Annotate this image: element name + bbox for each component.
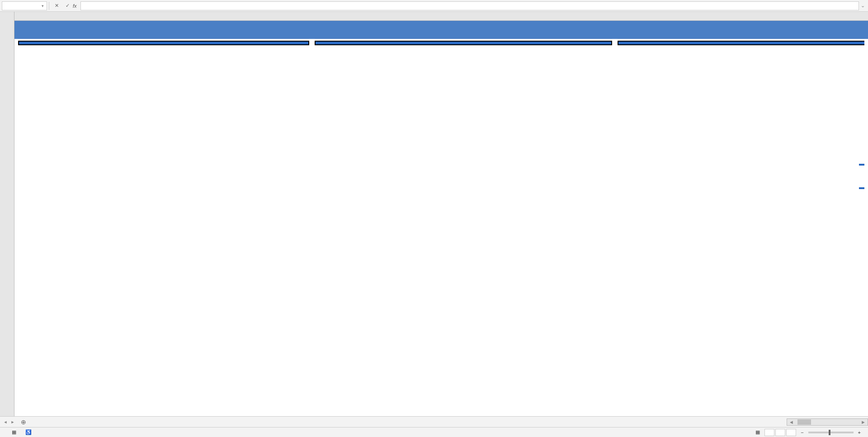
add-sheet-icon[interactable]: ⊕: [18, 418, 29, 426]
bs-title: [316, 42, 611, 44]
formula-input[interactable]: [80, 1, 859, 10]
view-page-layout-icon[interactable]: [775, 429, 785, 436]
title-banner: [14, 21, 868, 39]
confirm-icon[interactable]: ✓: [62, 1, 73, 10]
sheet-tabs-bar: ◄ ► ⊕ ◄►: [0, 416, 868, 427]
fx-icon[interactable]: fx: [73, 3, 77, 9]
formula-bar: ▾ ✕ ✓ fx ⌄: [0, 0, 868, 12]
dropdown-icon[interactable]: ▾: [42, 4, 44, 8]
view-page-break-icon[interactable]: [786, 429, 796, 436]
pl-title: [19, 42, 308, 44]
horizontal-scrollbar[interactable]: ◄►: [787, 418, 868, 426]
view-normal-icon[interactable]: [764, 429, 774, 436]
expand-formula-icon[interactable]: ⌄: [859, 3, 866, 9]
row-headers: [0, 21, 14, 424]
status-bar: ▦ ♿ ▦ − +: [0, 427, 868, 437]
cf-title: [618, 42, 864, 44]
column-headers: [0, 12, 868, 21]
select-all-corner[interactable]: [0, 12, 14, 21]
tab-nav-next-icon[interactable]: ►: [9, 420, 16, 424]
ext-label-sales: [859, 164, 864, 166]
macro-icon[interactable]: ▦: [12, 429, 16, 435]
zoom-slider[interactable]: [808, 432, 854, 433]
tab-nav-prev-icon[interactable]: ◄: [2, 420, 9, 424]
ext-label-ebitd: [859, 187, 864, 189]
worksheet-grid[interactable]: [14, 21, 868, 424]
name-box[interactable]: ▾: [2, 1, 47, 10]
cancel-icon[interactable]: ✕: [51, 1, 62, 10]
profit-loss-panel: [18, 41, 309, 45]
balance-sheet-panel: [315, 41, 612, 45]
cash-flow-panel: [618, 41, 864, 45]
zoom-in-icon[interactable]: +: [858, 430, 861, 435]
zoom-out-icon[interactable]: −: [801, 430, 803, 435]
